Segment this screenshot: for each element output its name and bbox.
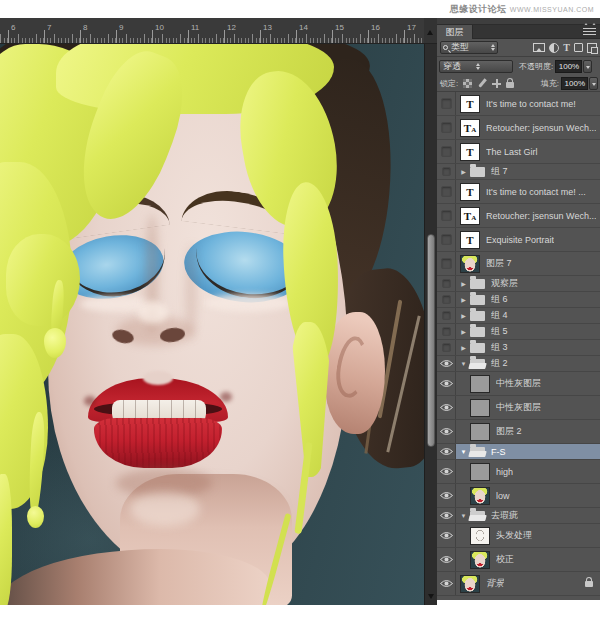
expand-arrow[interactable]: ▶ (459, 328, 468, 335)
expand-arrow[interactable]: ▶ (459, 312, 468, 319)
visibility-toggle[interactable] (437, 396, 456, 419)
group-row[interactable]: ▶组 6 (437, 292, 600, 308)
visibility-toggle[interactable] (437, 92, 456, 115)
lock-move-icon[interactable] (492, 79, 501, 88)
group-row[interactable]: ▶组 3 (437, 340, 600, 356)
layer-name: 背景 (486, 577, 504, 590)
blend-mode-dropdown[interactable]: 穿透 (439, 60, 513, 73)
lock-transparency-icon[interactable] (463, 79, 472, 88)
layer-row[interactable]: 头发处理 (437, 524, 600, 548)
panel-menu-icon[interactable] (583, 28, 596, 36)
layer-name: 组 6 (491, 293, 508, 306)
layer-row[interactable]: TIt's time to contact me! (437, 92, 600, 116)
fill-value[interactable]: 100% (561, 77, 588, 90)
tab-layers[interactable]: 图层 (437, 25, 473, 39)
layer-row[interactable]: 图层 7 (437, 252, 600, 276)
group-row[interactable]: ▶观察层 (437, 276, 600, 292)
visibility-toggle[interactable] (437, 164, 456, 179)
eye-icon (440, 555, 453, 564)
layer-row[interactable]: 中性灰图层 (437, 372, 600, 396)
layer-thumbnail: T (460, 95, 480, 113)
expand-arrow[interactable]: ▶ (459, 168, 468, 175)
watermark: 思缘设计论坛 WWW.MISSYUAN.COM (450, 3, 594, 16)
visibility-toggle[interactable] (437, 508, 456, 523)
expand-arrow[interactable]: ▼ (459, 361, 468, 367)
visibility-toggle[interactable] (437, 372, 456, 395)
layer-row[interactable]: 背景 (437, 572, 600, 596)
group-row[interactable]: ▼组 2 (437, 356, 600, 372)
layer-name: Retoucher: jsensun Wech... (486, 123, 596, 133)
layer-thumbnail: TA (460, 119, 480, 137)
folder-icon (470, 167, 485, 177)
visibility-toggle[interactable] (437, 204, 456, 227)
layer-row[interactable]: TARetoucher: jsensun Wech... (437, 204, 600, 228)
vertical-scrollbar[interactable] (424, 44, 437, 605)
lock-all-icon[interactable] (506, 82, 514, 88)
layer-row[interactable]: 校正 (437, 548, 600, 572)
ruler-major-tick (260, 30, 261, 43)
watermark-url: WWW.MISSYUAN.COM (510, 6, 594, 13)
ruler-number: 16 (371, 23, 380, 32)
visibility-toggle[interactable] (437, 180, 456, 203)
expand-arrow[interactable]: ▼ (459, 513, 468, 519)
visibility-toggle[interactable] (437, 140, 456, 163)
visibility-toggle[interactable] (437, 292, 456, 307)
visibility-toggle[interactable] (437, 252, 456, 275)
layer-row[interactable]: high (437, 460, 600, 484)
layer-row[interactable]: TExquisite Portrait (437, 228, 600, 252)
visibility-toggle[interactable] (437, 444, 456, 459)
visibility-toggle[interactable] (437, 116, 456, 139)
lock-paint-icon[interactable] (477, 78, 487, 89)
group-row[interactable]: ▶组 4 (437, 308, 600, 324)
layer-row[interactable]: low (437, 484, 600, 508)
layer-thumbnail (470, 375, 490, 393)
visibility-toggle[interactable] (437, 572, 456, 595)
type-layer-filter-icon[interactable]: T (563, 42, 570, 53)
visibility-toggle[interactable] (437, 420, 456, 443)
lock-label: 锁定: (440, 78, 458, 89)
layer-row[interactable]: 图层 2 (437, 420, 600, 444)
layer-row[interactable]: 中性灰图层 (437, 396, 600, 420)
document-canvas[interactable] (0, 44, 424, 605)
visibility-toggle[interactable] (437, 524, 456, 547)
visibility-toggle[interactable] (437, 308, 456, 323)
visibility-toggle[interactable] (437, 324, 456, 339)
nose-tip-highlight (138, 302, 168, 324)
ruler-corner (424, 18, 437, 44)
group-row[interactable]: ▶组 5 (437, 324, 600, 340)
layer-name: 组 2 (491, 357, 508, 370)
expand-arrow[interactable]: ▶ (459, 344, 468, 351)
layer-row[interactable]: TIt's time to contact me! ... (437, 180, 600, 204)
group-row[interactable]: ▼去瑕疵 (437, 508, 600, 524)
eye-icon (440, 467, 453, 476)
group-row[interactable]: ▶组 7 (437, 164, 600, 180)
expand-arrow[interactable]: ▶ (459, 280, 468, 287)
hidden-visibility-box (442, 167, 451, 176)
shape-layer-filter-icon[interactable] (574, 43, 583, 52)
layer-row[interactable]: TARetoucher: jsensun Wech... (437, 116, 600, 140)
group-row[interactable]: ▼F-S (437, 444, 600, 460)
expand-arrow[interactable]: ▼ (459, 449, 468, 455)
layer-thumbnail: T (460, 231, 480, 249)
layer-name: 组 5 (491, 325, 508, 338)
scrollbar-thumb[interactable] (427, 234, 435, 447)
opacity-dropdown-arrow[interactable] (583, 60, 592, 73)
visibility-toggle[interactable] (437, 356, 456, 371)
fill-dropdown-arrow[interactable] (589, 77, 598, 90)
visibility-toggle[interactable] (437, 340, 456, 355)
pixel-layer-filter-icon[interactable] (533, 43, 545, 52)
visibility-toggle[interactable] (437, 548, 456, 571)
visibility-toggle[interactable] (437, 460, 456, 483)
smart-object-filter-icon[interactable] (587, 43, 597, 53)
filter-kind-dropdown[interactable]: 类型 (440, 41, 498, 54)
visibility-toggle[interactable] (437, 484, 456, 507)
ruler-major-tick (8, 30, 9, 43)
yellow-paint-left-edge (0, 474, 12, 605)
visibility-toggle[interactable] (437, 276, 456, 291)
opacity-value[interactable]: 100% (555, 60, 582, 73)
expand-arrow[interactable]: ▶ (459, 296, 468, 303)
visibility-toggle[interactable] (437, 228, 456, 251)
lip-corner (220, 392, 232, 402)
adjustment-layer-filter-icon[interactable] (549, 43, 559, 53)
layer-row[interactable]: TThe Last Girl (437, 140, 600, 164)
